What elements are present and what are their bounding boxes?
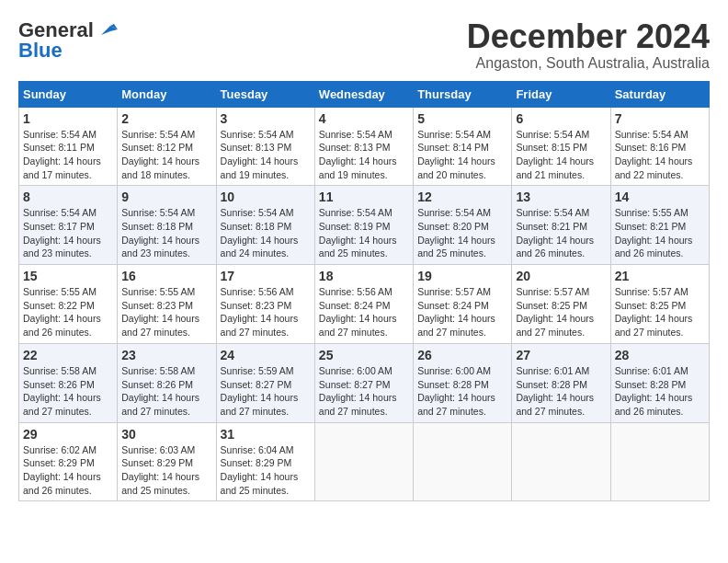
day-info: Sunrise: 5:59 AMSunset: 8:27 PMDaylight:…: [221, 364, 311, 419]
column-header-thursday: Thursday: [414, 81, 512, 107]
day-info: Sunrise: 6:00 AMSunset: 8:27 PMDaylight:…: [319, 364, 409, 419]
calendar-week-row: 8 Sunrise: 5:54 AMSunset: 8:17 PMDayligh…: [19, 186, 710, 265]
logo-blue: Blue: [18, 39, 63, 63]
day-info: Sunrise: 6:01 AMSunset: 8:28 PMDaylight:…: [516, 364, 606, 419]
day-number: 22: [23, 348, 113, 362]
day-number: 9: [121, 190, 211, 204]
calendar-cell: 13 Sunrise: 5:54 AMSunset: 8:21 PMDaylig…: [512, 186, 610, 265]
calendar-cell: 27 Sunrise: 6:01 AMSunset: 8:28 PMDaylig…: [512, 343, 610, 422]
day-info: Sunrise: 5:54 AMSunset: 8:13 PMDaylight:…: [221, 128, 311, 182]
calendar-cell: 10 Sunrise: 5:54 AMSunset: 8:18 PMDaylig…: [216, 186, 314, 265]
calendar-cell: [610, 422, 709, 501]
day-info: Sunrise: 5:54 AMSunset: 8:19 PMDaylight:…: [319, 206, 409, 260]
calendar-cell: 18 Sunrise: 5:56 AMSunset: 8:24 PMDaylig…: [314, 265, 413, 344]
day-info: Sunrise: 5:58 AMSunset: 8:26 PMDaylight:…: [23, 364, 113, 419]
calendar-cell: 22 Sunrise: 5:58 AMSunset: 8:26 PMDaylig…: [19, 343, 118, 422]
calendar-cell: 7 Sunrise: 5:54 AMSunset: 8:16 PMDayligh…: [610, 107, 709, 186]
day-info: Sunrise: 6:04 AMSunset: 8:29 PMDaylight:…: [221, 443, 311, 498]
calendar-cell: 14 Sunrise: 5:55 AMSunset: 8:21 PMDaylig…: [610, 186, 709, 265]
day-number: 25: [319, 348, 409, 362]
calendar-cell: 1 Sunrise: 5:54 AMSunset: 8:11 PMDayligh…: [19, 107, 118, 186]
location-subtitle: Angaston, South Australia, Australia: [467, 55, 710, 72]
day-info: Sunrise: 5:54 AMSunset: 8:17 PMDaylight:…: [23, 206, 113, 260]
calendar-week-row: 22 Sunrise: 5:58 AMSunset: 8:26 PMDaylig…: [19, 343, 710, 422]
calendar-cell: [314, 422, 413, 501]
day-number: 2: [121, 111, 211, 126]
day-number: 15: [23, 269, 113, 283]
calendar-cell: 21 Sunrise: 5:57 AMSunset: 8:25 PMDaylig…: [610, 265, 709, 344]
calendar-cell: 20 Sunrise: 5:57 AMSunset: 8:25 PMDaylig…: [512, 265, 610, 344]
day-number: 1: [23, 111, 113, 126]
calendar-cell: 31 Sunrise: 6:04 AMSunset: 8:29 PMDaylig…: [216, 422, 314, 501]
day-number: 3: [221, 111, 311, 126]
day-info: Sunrise: 5:57 AMSunset: 8:25 PMDaylight:…: [615, 285, 705, 339]
day-number: 23: [121, 348, 211, 362]
day-info: Sunrise: 5:54 AMSunset: 8:16 PMDaylight:…: [615, 128, 705, 182]
calendar-cell: 30 Sunrise: 6:03 AMSunset: 8:29 PMDaylig…: [118, 422, 216, 501]
page-header: General Blue December 2024 Angaston, Sou…: [18, 18, 710, 72]
calendar-week-row: 29 Sunrise: 6:02 AMSunset: 8:29 PMDaylig…: [19, 422, 710, 501]
calendar-cell: 8 Sunrise: 5:54 AMSunset: 8:17 PMDayligh…: [19, 186, 118, 265]
calendar-cell: 23 Sunrise: 5:58 AMSunset: 8:26 PMDaylig…: [118, 343, 216, 422]
calendar-week-row: 15 Sunrise: 5:55 AMSunset: 8:22 PMDaylig…: [19, 265, 710, 344]
calendar-cell: 17 Sunrise: 5:56 AMSunset: 8:23 PMDaylig…: [216, 265, 314, 344]
column-header-saturday: Saturday: [610, 81, 709, 107]
day-number: 20: [516, 269, 606, 283]
calendar-cell: 28 Sunrise: 6:01 AMSunset: 8:28 PMDaylig…: [610, 343, 709, 422]
day-number: 21: [615, 269, 705, 283]
title-area: December 2024 Angaston, South Australia,…: [467, 18, 710, 72]
day-number: 11: [319, 190, 409, 204]
calendar-cell: 5 Sunrise: 5:54 AMSunset: 8:14 PMDayligh…: [414, 107, 512, 186]
day-info: Sunrise: 6:02 AMSunset: 8:29 PMDaylight:…: [23, 443, 113, 498]
day-number: 18: [319, 269, 409, 283]
day-info: Sunrise: 5:55 AMSunset: 8:22 PMDaylight:…: [23, 285, 113, 339]
calendar-cell: 3 Sunrise: 5:54 AMSunset: 8:13 PMDayligh…: [216, 107, 314, 186]
calendar-cell: 4 Sunrise: 5:54 AMSunset: 8:13 PMDayligh…: [314, 107, 413, 186]
calendar-cell: 11 Sunrise: 5:54 AMSunset: 8:19 PMDaylig…: [314, 186, 413, 265]
day-number: 30: [121, 427, 211, 442]
day-number: 5: [417, 111, 507, 126]
day-number: 19: [417, 269, 507, 283]
day-number: 4: [319, 111, 409, 126]
column-header-wednesday: Wednesday: [314, 81, 413, 107]
day-info: Sunrise: 5:54 AMSunset: 8:11 PMDaylight:…: [23, 128, 113, 182]
column-header-sunday: Sunday: [19, 81, 118, 107]
day-info: Sunrise: 5:54 AMSunset: 8:21 PMDaylight:…: [516, 206, 606, 260]
day-number: 14: [615, 190, 705, 204]
day-info: Sunrise: 5:54 AMSunset: 8:13 PMDaylight:…: [319, 128, 409, 182]
column-header-monday: Monday: [118, 81, 216, 107]
day-number: 16: [121, 269, 211, 283]
day-number: 13: [516, 190, 606, 204]
calendar-cell: 2 Sunrise: 5:54 AMSunset: 8:12 PMDayligh…: [118, 107, 216, 186]
day-number: 8: [23, 190, 113, 204]
calendar-cell: [512, 422, 610, 501]
calendar-cell: 19 Sunrise: 5:57 AMSunset: 8:24 PMDaylig…: [414, 265, 512, 344]
calendar-cell: 12 Sunrise: 5:54 AMSunset: 8:20 PMDaylig…: [414, 186, 512, 265]
calendar-cell: 9 Sunrise: 5:54 AMSunset: 8:18 PMDayligh…: [118, 186, 216, 265]
day-number: 12: [417, 190, 507, 204]
day-number: 17: [221, 269, 311, 283]
day-info: Sunrise: 5:54 AMSunset: 8:18 PMDaylight:…: [121, 206, 211, 260]
day-number: 6: [516, 111, 606, 126]
day-number: 31: [221, 427, 311, 442]
column-header-friday: Friday: [512, 81, 610, 107]
calendar-header-row: SundayMondayTuesdayWednesdayThursdayFrid…: [19, 81, 710, 107]
day-info: Sunrise: 6:01 AMSunset: 8:28 PMDaylight:…: [615, 364, 705, 419]
calendar-cell: 25 Sunrise: 6:00 AMSunset: 8:27 PMDaylig…: [314, 343, 413, 422]
day-info: Sunrise: 5:54 AMSunset: 8:14 PMDaylight:…: [417, 128, 507, 182]
day-info: Sunrise: 5:54 AMSunset: 8:20 PMDaylight:…: [417, 206, 507, 260]
day-number: 7: [615, 111, 705, 126]
day-info: Sunrise: 5:54 AMSunset: 8:15 PMDaylight:…: [516, 128, 606, 182]
day-number: 28: [615, 348, 705, 362]
day-number: 24: [221, 348, 311, 362]
month-title: December 2024: [467, 18, 710, 55]
day-info: Sunrise: 5:55 AMSunset: 8:23 PMDaylight:…: [121, 285, 211, 339]
logo: General Blue: [18, 18, 118, 63]
day-number: 27: [516, 348, 606, 362]
day-info: Sunrise: 5:56 AMSunset: 8:24 PMDaylight:…: [319, 285, 409, 339]
day-info: Sunrise: 6:03 AMSunset: 8:29 PMDaylight:…: [121, 443, 211, 498]
calendar-cell: 29 Sunrise: 6:02 AMSunset: 8:29 PMDaylig…: [19, 422, 118, 501]
day-info: Sunrise: 5:56 AMSunset: 8:23 PMDaylight:…: [221, 285, 311, 339]
day-info: Sunrise: 5:57 AMSunset: 8:25 PMDaylight:…: [516, 285, 606, 339]
calendar-week-row: 1 Sunrise: 5:54 AMSunset: 8:11 PMDayligh…: [19, 107, 710, 186]
